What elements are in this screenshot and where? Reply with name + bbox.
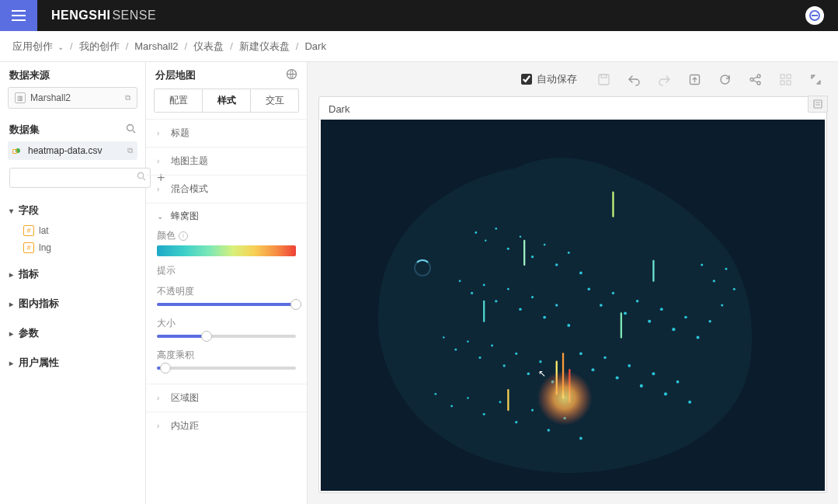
svg-point-62 — [652, 372, 655, 375]
svg-point-58 — [603, 356, 607, 360]
heatmap-visual — [321, 120, 825, 491]
svg-point-49 — [624, 311, 627, 315]
opt-region[interactable]: ›区域图 — [146, 384, 307, 412]
chart-title: Dark — [319, 97, 826, 120]
svg-point-50 — [636, 300, 639, 303]
opacity-slider[interactable] — [157, 303, 296, 306]
svg-point-35 — [567, 324, 570, 327]
opt-blend[interactable]: ›混合模式 — [146, 175, 307, 203]
brand-logo: HENGSHISENSE — [51, 9, 156, 23]
svg-point-61 — [640, 384, 643, 388]
data-source-item[interactable]: ▥ Marshall2 ⧉ — [8, 87, 137, 109]
opt-title[interactable]: ›标题 — [146, 119, 307, 147]
tab-interact[interactable]: 交互 — [250, 89, 298, 112]
opt-padding[interactable]: ›内边距 — [146, 412, 307, 440]
svg-rect-14 — [814, 100, 822, 108]
metrics-section[interactable]: ▸指标 — [0, 262, 145, 286]
refresh-icon[interactable] — [718, 73, 732, 86]
user-avatar[interactable] — [805, 6, 824, 25]
chevron-right-icon: › — [157, 185, 165, 193]
svg-point-64 — [676, 381, 680, 384]
height-label: 高度乘积 — [157, 349, 296, 362]
svg-point-38 — [467, 340, 469, 342]
chevron-down-icon: ⌄ — [157, 212, 165, 221]
svg-point-63 — [664, 392, 667, 395]
svg-point-41 — [503, 364, 506, 367]
svg-point-80 — [721, 304, 723, 306]
params-section[interactable]: ▸参数 — [0, 322, 145, 345]
chevron-right-icon: › — [157, 129, 165, 137]
tab-config[interactable]: 配置 — [155, 89, 202, 112]
svg-point-72 — [531, 409, 534, 412]
svg-point-47 — [600, 304, 603, 307]
opt-hex-toggle[interactable]: ⌄蜂窝图 — [157, 210, 296, 223]
crumb-item[interactable]: Marshall2 — [134, 40, 178, 52]
height-slider[interactable] — [157, 367, 296, 370]
svg-point-39 — [478, 356, 481, 359]
collapse-panel-button[interactable]: ‹ — [307, 280, 308, 301]
number-type-icon: # — [23, 225, 34, 236]
svg-point-22 — [544, 244, 546, 246]
number-type-icon: # — [23, 242, 34, 253]
svg-point-56 — [579, 352, 582, 355]
csv-icon — [12, 145, 23, 156]
svg-point-77 — [713, 280, 715, 282]
crumb-item[interactable]: 我的创作 — [79, 40, 120, 54]
note-flag-button[interactable] — [808, 96, 828, 113]
crumb-item[interactable]: 新建仪表盘 — [239, 40, 290, 54]
menu-button[interactable] — [0, 0, 37, 31]
field-item-lat[interactable]: #lat — [0, 222, 145, 239]
chevron-right-icon: › — [157, 422, 165, 430]
field-item-lng[interactable]: #lng — [0, 239, 145, 256]
svg-point-36 — [443, 336, 444, 338]
color-label: 颜色i — [157, 229, 296, 242]
crumb-item[interactable]: 仪表盘 — [193, 40, 224, 54]
field-search-input[interactable] — [9, 168, 151, 188]
svg-point-53 — [672, 328, 675, 331]
crumb-item[interactable]: Dark — [304, 40, 325, 52]
svg-point-33 — [543, 316, 546, 319]
svg-point-28 — [483, 284, 485, 287]
svg-point-44 — [539, 360, 541, 363]
svg-point-73 — [548, 429, 551, 432]
svg-point-31 — [519, 308, 522, 311]
svg-point-66 — [434, 393, 436, 395]
svg-point-69 — [483, 413, 485, 415]
chart-metrics-section[interactable]: ▸图内指标 — [0, 292, 145, 315]
tab-style[interactable]: 样式 — [202, 89, 250, 112]
export-icon[interactable] — [688, 73, 701, 86]
dataset-heading: 数据集 — [0, 116, 145, 141]
svg-point-76 — [701, 263, 703, 266]
svg-point-7 — [750, 78, 753, 81]
undo-icon[interactable] — [628, 73, 641, 86]
size-slider[interactable] — [157, 335, 296, 338]
svg-point-29 — [495, 300, 497, 302]
svg-point-25 — [579, 272, 582, 275]
grid-icon — [779, 73, 792, 86]
svg-point-23 — [555, 263, 558, 266]
autosave-toggle[interactable]: 自动保存 — [521, 72, 577, 86]
globe-icon[interactable] — [286, 68, 297, 82]
svg-rect-10 — [781, 75, 784, 78]
map-canvas[interactable]: ↖ — [321, 120, 825, 491]
collapse-icon[interactable] — [809, 73, 822, 86]
dataset-item[interactable]: heatmap-data.csv ⧉ — [8, 141, 137, 160]
share-icon[interactable] — [749, 73, 762, 86]
svg-point-81 — [708, 320, 711, 322]
breadcrumb: 应用创作⌄ / 我的创作 / Marshall2 / 仪表盘 / 新建仪表盘 /… — [0, 31, 838, 62]
user-attrs-section[interactable]: ▸用户属性 — [0, 351, 145, 374]
opt-theme[interactable]: ›地图主题 — [146, 147, 307, 175]
svg-point-19 — [507, 248, 509, 250]
info-icon[interactable]: i — [179, 231, 188, 241]
svg-point-54 — [684, 316, 687, 319]
fields-section[interactable]: ▾字段 — [0, 199, 145, 222]
svg-point-65 — [688, 401, 691, 404]
note-icon — [812, 99, 823, 109]
data-source-heading: 数据来源 — [0, 62, 145, 87]
color-gradient-picker[interactable] — [157, 245, 296, 256]
svg-point-40 — [491, 345, 493, 347]
svg-point-26 — [459, 280, 461, 282]
search-icon[interactable] — [126, 123, 136, 136]
svg-point-32 — [531, 296, 534, 298]
crumb-root[interactable]: 应用创作⌄ — [12, 40, 64, 54]
